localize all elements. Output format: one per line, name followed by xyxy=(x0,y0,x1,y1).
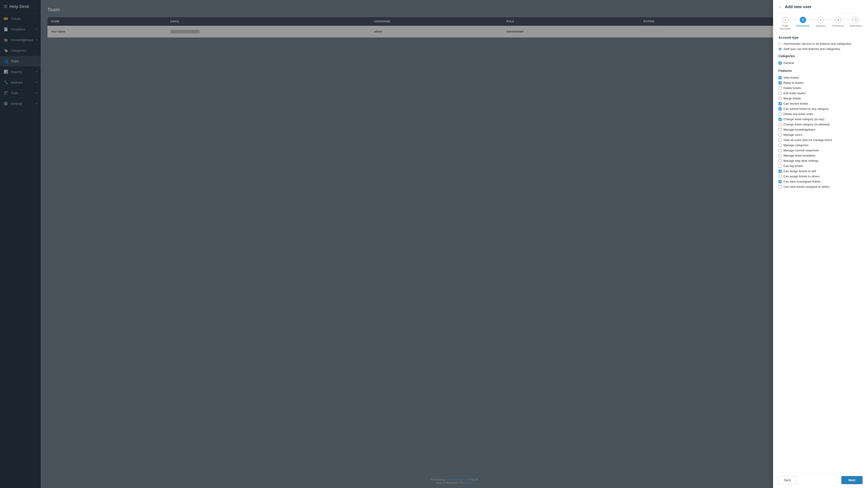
next-button[interactable]: Next xyxy=(841,476,863,484)
checkbox-assign_self[interactable] xyxy=(778,170,782,173)
feature-label-manage_templates: Manage ticket templates xyxy=(783,154,815,157)
step-permissions: 2 Permissions xyxy=(796,17,810,30)
feature-item-view_unassigned[interactable]: Can view unassigned tickets xyxy=(778,179,863,184)
feature-item-change_category_allowed[interactable]: Change ticket category (to allowed) xyxy=(778,122,863,127)
feature-item-manage_helpdesk[interactable]: Manage help desk settings xyxy=(778,158,863,163)
feature-label-delete_tickets: Delete tickets xyxy=(783,86,801,90)
feature-item-delete_ticket_notes[interactable]: Delete any ticket notes xyxy=(778,111,863,116)
feature-item-view_all_users[interactable]: View all users (but not manage them) xyxy=(778,138,863,142)
feature-label-manage_users: Manage users xyxy=(783,133,802,136)
feature-item-reply_tickets[interactable]: Reply to tickets xyxy=(778,80,863,85)
checkbox-change_category_any[interactable] xyxy=(778,118,782,121)
checkbox-manage_users[interactable] xyxy=(778,133,782,136)
feature-label-edit_ticket_replies: Edit ticket replies xyxy=(783,92,806,95)
feature-item-manage_categories[interactable]: Manage categories xyxy=(778,143,863,148)
checkbox-delete_tickets[interactable] xyxy=(778,87,782,90)
feature-label-manage_categories: Manage categories xyxy=(783,143,809,147)
feature-item-view_tickets[interactable]: View tickets xyxy=(778,75,863,80)
feature-label-view_all_users: View all users (but not manage them) xyxy=(783,138,832,142)
step-notifications: 5 Notifications xyxy=(849,17,863,30)
feature-label-assign_others: Can assign tickets to others xyxy=(783,175,819,178)
categories-group: General xyxy=(778,61,863,65)
checkbox-view_tickets[interactable] xyxy=(778,76,782,79)
step-circle: 4 xyxy=(835,17,841,23)
feature-item-change_category_any[interactable]: Change ticket category (to any) xyxy=(778,117,863,122)
checkbox-view_all_users[interactable] xyxy=(778,138,782,142)
feature-item-delete_tickets[interactable]: Delete tickets xyxy=(778,86,863,90)
panel-footer: Back Next xyxy=(773,472,868,488)
feature-item-can_resolve[interactable]: Can resolve tickets xyxy=(778,101,863,106)
checkbox-delete_ticket_notes[interactable] xyxy=(778,112,782,116)
step-label: Signature xyxy=(816,24,826,27)
checkbox-manage_helpdesk[interactable] xyxy=(778,159,782,162)
features-label: Features xyxy=(778,69,863,72)
checkbox-manage_categories[interactable] xyxy=(778,144,782,147)
feature-item-edit_ticket_replies[interactable]: Edit ticket replies xyxy=(778,91,863,96)
radio-administrator[interactable] xyxy=(778,42,782,45)
feature-item-submit_any_category[interactable]: Can submit tickets to any category xyxy=(778,106,863,111)
feature-label-submit_any_category: Can submit tickets to any category xyxy=(783,107,829,110)
checkbox-manage_knowledgebase[interactable] xyxy=(778,128,782,131)
feature-label-can_tag: Can tag tickets xyxy=(783,164,803,168)
checkbox-reply_tickets[interactable] xyxy=(778,81,782,85)
checkbox-general[interactable] xyxy=(778,61,782,65)
feature-label-view_assigned_others: Can view tickets assigned to others xyxy=(783,185,830,188)
checkbox-view_unassigned[interactable] xyxy=(778,180,782,183)
step-preferences: 4 Preferences xyxy=(831,17,845,30)
feature-label-view_unassigned: Can view unassigned tickets xyxy=(783,180,820,183)
feature-label-view_tickets: View tickets xyxy=(783,76,799,79)
feature-label-assign_self: Can assign tickets to self xyxy=(783,169,816,173)
stepper: 1 ProfileInformation 2 Permissions 3 Sig… xyxy=(773,13,868,30)
checkbox-merge_tickets[interactable] xyxy=(778,97,782,100)
checkbox-view_assigned_others[interactable] xyxy=(778,185,782,188)
overlay: ← Add new user 1 ProfileInformation 2 Pe… xyxy=(0,0,868,488)
checkbox-change_category_allowed[interactable] xyxy=(778,123,782,126)
checkbox-manage_canned[interactable] xyxy=(778,149,782,152)
radio-item-administrator[interactable]: Administrator (access to all features an… xyxy=(778,42,863,45)
feature-item-manage_canned[interactable]: Manage canned responses xyxy=(778,148,863,153)
step-signature: 3 Signature xyxy=(814,17,827,30)
back-button[interactable]: Back xyxy=(778,476,797,484)
account-type-label: Account type xyxy=(778,36,863,39)
feature-label-manage_helpdesk: Manage help desk settings xyxy=(783,159,818,162)
step-label: Permissions xyxy=(796,24,809,27)
feature-item-assign_others[interactable]: Can assign tickets to others xyxy=(778,174,863,179)
side-panel: ← Add new user 1 ProfileInformation 2 Pe… xyxy=(773,0,868,488)
checkbox-assign_others[interactable] xyxy=(778,175,782,178)
step-label: Preferences xyxy=(832,24,844,27)
step-profile: 1 ProfileInformation xyxy=(778,17,792,30)
checkbox-can_tag[interactable] xyxy=(778,164,782,168)
features-group: View ticketsReply to ticketsDelete ticke… xyxy=(778,75,863,189)
radio-label-staff: Staff (you can limit features and catego… xyxy=(783,47,840,51)
checkbox-edit_ticket_replies[interactable] xyxy=(778,92,782,95)
feature-label-merge_tickets: Merge tickets xyxy=(783,97,801,100)
feature-item-assign_self[interactable]: Can assign tickets to self xyxy=(778,169,863,173)
category-item-general[interactable]: General xyxy=(778,61,863,65)
step-circle: 5 xyxy=(852,17,859,23)
panel-body: Account type Administrator (access to al… xyxy=(773,30,868,472)
feature-item-can_tag[interactable]: Can tag tickets xyxy=(778,164,863,168)
checkbox-submit_any_category[interactable] xyxy=(778,107,782,110)
radio-item-staff[interactable]: Staff (you can limit features and catego… xyxy=(778,47,863,51)
checkbox-manage_templates[interactable] xyxy=(778,154,782,157)
category-label-general: General xyxy=(783,61,794,65)
step-circle: 3 xyxy=(817,17,824,23)
step-circle: 2 xyxy=(800,17,806,23)
radio-staff[interactable] xyxy=(778,47,782,51)
step-label: Notifications xyxy=(850,24,862,27)
feature-item-view_assigned_others[interactable]: Can view tickets assigned to others xyxy=(778,184,863,189)
step-circle: 1 xyxy=(782,17,788,23)
panel-title: Add new user xyxy=(785,4,811,9)
feature-item-manage_knowledgebase[interactable]: Manage knowledgebase xyxy=(778,127,863,132)
feature-item-manage_templates[interactable]: Manage ticket templates xyxy=(778,153,863,158)
feature-label-reply_tickets: Reply to tickets xyxy=(783,81,803,85)
categories-label: Categories xyxy=(778,54,863,58)
feature-label-manage_knowledgebase: Manage knowledgebase xyxy=(783,128,815,131)
panel-header: ← Add new user xyxy=(773,0,868,13)
checkbox-can_resolve[interactable] xyxy=(778,102,782,105)
feature-item-merge_tickets[interactable]: Merge tickets xyxy=(778,96,863,101)
feature-item-manage_users[interactable]: Manage users xyxy=(778,132,863,137)
panel-back-arrow-icon: ← xyxy=(778,4,782,9)
radio-label-administrator: Administrator (access to all features an… xyxy=(783,42,851,45)
feature-label-manage_canned: Manage canned responses xyxy=(783,149,819,152)
